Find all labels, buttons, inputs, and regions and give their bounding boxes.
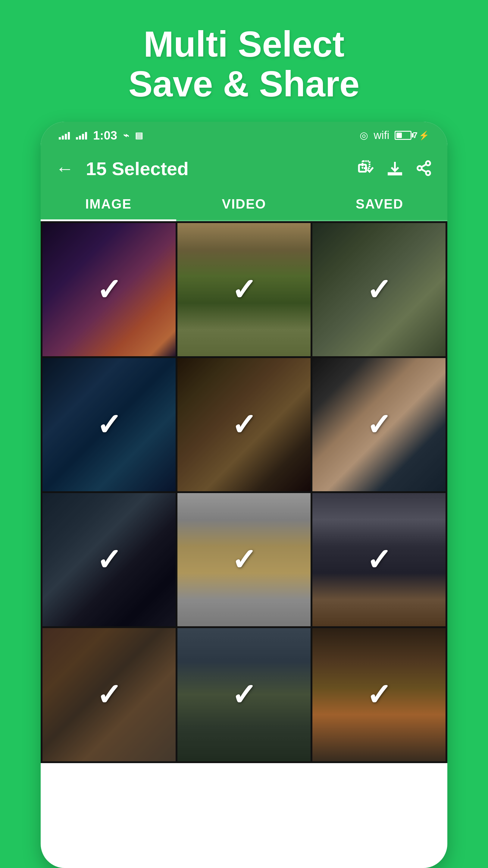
app-bar: ← 15 Selected	[41, 149, 447, 188]
checkmark-overlay-9: ✓	[313, 493, 446, 626]
grid-cell-1[interactable]: ✓	[42, 223, 175, 356]
tab-video[interactable]: VIDEO	[176, 188, 312, 220]
battery-container: 7 ⚡	[395, 130, 429, 141]
checkmark-3: ✓	[366, 275, 392, 305]
hero-title: Multi Select Save & Share	[128, 24, 359, 104]
app-bar-icons	[358, 160, 432, 178]
signal-bars-1	[59, 131, 70, 140]
checkmark-overlay-2: ✓	[177, 223, 311, 356]
grid-cell-11[interactable]: ✓	[177, 628, 311, 761]
checkmark-overlay-1: ✓	[42, 223, 175, 356]
status-bar: 1:03 ⌁ ▤ ◎ wifi 7 ⚡	[41, 122, 447, 149]
grid-cell-3[interactable]: ✓	[313, 223, 446, 356]
checkmark-7: ✓	[96, 545, 122, 575]
app-bar-title: 15 Selected	[86, 158, 346, 179]
tabs-bar: IMAGE VIDEO SAVED	[41, 188, 447, 221]
checkmark-12: ✓	[366, 680, 392, 710]
grid-cell-5[interactable]: ✓	[177, 358, 311, 491]
image-grid: ✓ ✓ ✓ ✓ ✓	[41, 221, 447, 763]
checkmark-overlay-10: ✓	[42, 628, 175, 761]
charging-icon: ⚡	[419, 130, 429, 141]
grid-cell-9[interactable]: ✓	[313, 493, 446, 626]
svg-point-4	[426, 171, 430, 175]
status-left: 1:03 ⌁ ▤	[59, 129, 143, 142]
status-right: ◎ wifi 7 ⚡	[360, 129, 429, 142]
grid-cell-6[interactable]: ✓	[313, 358, 446, 491]
battery-icon	[395, 131, 412, 140]
download-button[interactable]	[387, 160, 403, 178]
grid-cell-7[interactable]: ✓	[42, 493, 175, 626]
checkmark-overlay-3: ✓	[313, 223, 446, 356]
svg-point-3	[418, 166, 422, 170]
back-button[interactable]: ←	[56, 158, 74, 179]
tab-image-label: IMAGE	[85, 196, 132, 211]
checkmark-11: ✓	[231, 680, 257, 710]
phone-frame: 1:03 ⌁ ▤ ◎ wifi 7 ⚡ ← 15 Selected	[41, 122, 447, 868]
grid-cell-12[interactable]: ✓	[313, 628, 446, 761]
svg-line-5	[421, 169, 426, 172]
tab-saved[interactable]: SAVED	[312, 188, 447, 220]
tab-saved-label: SAVED	[356, 196, 403, 211]
wifi-icon: wifi	[373, 129, 389, 142]
signal-bars-2	[76, 131, 87, 140]
svg-point-2	[426, 161, 430, 165]
grid-cell-4[interactable]: ✓	[42, 358, 175, 491]
hero-title-line2: Save & Share	[128, 64, 359, 104]
grid-cell-8[interactable]: ✓	[177, 493, 311, 626]
checkmark-overlay-6: ✓	[313, 358, 446, 491]
share-button[interactable]	[415, 160, 432, 178]
back-icon: ←	[56, 158, 74, 179]
select-all-icon	[358, 160, 375, 177]
location-icon: ◎	[360, 130, 368, 141]
checkmark-6: ✓	[366, 410, 392, 440]
checkmark-10: ✓	[96, 680, 122, 710]
checkmark-overlay-4: ✓	[42, 358, 175, 491]
checkmark-overlay-11: ✓	[177, 628, 311, 761]
hero-title-line1: Multi Select	[128, 24, 359, 64]
grid-cell-10[interactable]: ✓	[42, 628, 175, 761]
battery-fill	[396, 133, 402, 138]
svg-line-6	[421, 164, 426, 167]
checkmark-overlay-8: ✓	[177, 493, 311, 626]
select-all-button[interactable]	[358, 160, 375, 178]
time-display: 1:03	[93, 129, 117, 142]
share-icon	[415, 160, 432, 177]
checkmark-8: ✓	[231, 545, 257, 575]
checkmark-overlay-7: ✓	[42, 493, 175, 626]
tab-video-label: VIDEO	[222, 196, 266, 211]
checkmark-1: ✓	[96, 275, 122, 305]
checkmark-4: ✓	[96, 410, 122, 440]
checkmark-overlay-5: ✓	[177, 358, 311, 491]
checkmark-overlay-12: ✓	[313, 628, 446, 761]
checkmark-9: ✓	[366, 545, 392, 575]
checkmark-5: ✓	[231, 410, 257, 440]
sd-card-icon: ▤	[135, 130, 143, 141]
grid-cell-2[interactable]: ✓	[177, 223, 311, 356]
checkmark-2: ✓	[231, 275, 257, 305]
usb-icon: ⌁	[123, 130, 129, 141]
tab-image[interactable]: IMAGE	[41, 188, 176, 220]
download-icon	[387, 160, 403, 177]
